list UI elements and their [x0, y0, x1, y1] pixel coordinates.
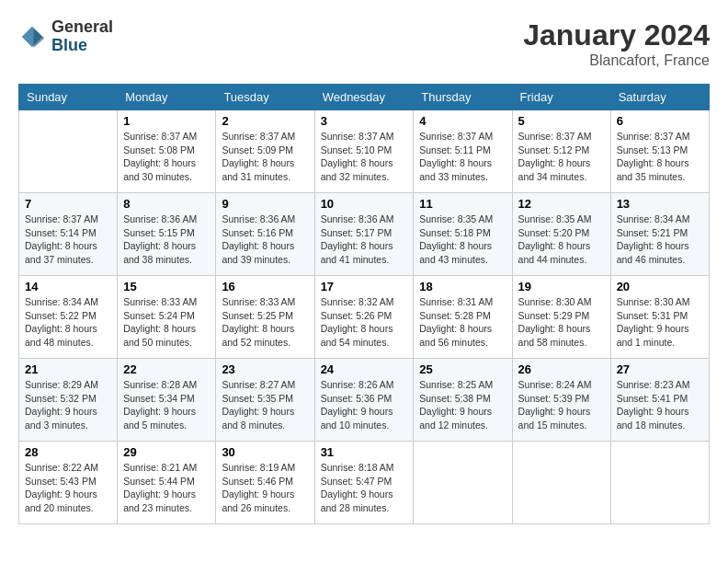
calendar-cell: 25Sunrise: 8:25 AMSunset: 5:38 PMDayligh…: [414, 359, 512, 442]
day-info: Sunrise: 8:36 AMSunset: 5:17 PMDaylight:…: [321, 213, 408, 267]
logo-text: General Blue: [51, 18, 113, 55]
calendar-cell: 26Sunrise: 8:24 AMSunset: 5:39 PMDayligh…: [512, 359, 610, 442]
day-number: 28: [25, 445, 111, 459]
day-number: 26: [518, 362, 605, 376]
day-info: Sunrise: 8:30 AMSunset: 5:29 PMDaylight:…: [518, 295, 605, 350]
day-number: 31: [321, 445, 408, 459]
day-number: 17: [321, 280, 408, 293]
calendar-cell: 14Sunrise: 8:34 AMSunset: 5:22 PMDayligh…: [19, 276, 118, 359]
calendar-cell: 24Sunrise: 8:26 AMSunset: 5:36 PMDayligh…: [314, 359, 414, 442]
logo-blue-label: Blue: [51, 37, 113, 55]
calendar-cell: 10Sunrise: 8:36 AMSunset: 5:17 PMDayligh…: [314, 193, 414, 276]
day-info: Sunrise: 8:37 AMSunset: 5:10 PMDaylight:…: [321, 130, 408, 184]
calendar-cell: 4Sunrise: 8:37 AMSunset: 5:11 PMDaylight…: [414, 110, 512, 193]
day-number: 15: [123, 280, 210, 293]
calendar-cell: 5Sunrise: 8:37 AMSunset: 5:12 PMDaylight…: [512, 110, 610, 193]
calendar-cell: 28Sunrise: 8:22 AMSunset: 5:43 PMDayligh…: [19, 442, 118, 524]
calendar-header-saturday: Saturday: [610, 85, 709, 110]
calendar-cell: 6Sunrise: 8:37 AMSunset: 5:13 PMDaylight…: [610, 110, 709, 193]
day-number: 25: [419, 362, 506, 376]
day-number: 4: [419, 114, 506, 128]
calendar-cell: [19, 110, 118, 193]
day-number: 22: [123, 362, 210, 376]
day-info: Sunrise: 8:34 AMSunset: 5:22 PMDaylight:…: [25, 295, 111, 350]
day-number: 2: [222, 114, 308, 128]
calendar-cell: 11Sunrise: 8:35 AMSunset: 5:18 PMDayligh…: [414, 193, 512, 276]
day-number: 23: [222, 362, 308, 376]
calendar-cell: 23Sunrise: 8:27 AMSunset: 5:35 PMDayligh…: [216, 359, 314, 442]
calendar-cell: [512, 442, 610, 524]
calendar-header-friday: Friday: [512, 85, 610, 110]
calendar-cell: 21Sunrise: 8:29 AMSunset: 5:32 PMDayligh…: [19, 359, 118, 442]
day-number: 30: [222, 445, 308, 459]
calendar-week-4: 21Sunrise: 8:29 AMSunset: 5:32 PMDayligh…: [19, 359, 710, 442]
day-info: Sunrise: 8:28 AMSunset: 5:34 PMDaylight:…: [123, 378, 210, 432]
day-number: 6: [617, 114, 703, 128]
calendar-cell: 8Sunrise: 8:36 AMSunset: 5:15 PMDaylight…: [118, 193, 216, 276]
calendar-cell: 3Sunrise: 8:37 AMSunset: 5:10 PMDaylight…: [314, 110, 414, 193]
calendar-cell: 29Sunrise: 8:21 AMSunset: 5:44 PMDayligh…: [118, 442, 216, 524]
day-number: 7: [25, 197, 111, 211]
day-info: Sunrise: 8:21 AMSunset: 5:44 PMDaylight:…: [123, 461, 210, 515]
calendar-cell: 20Sunrise: 8:30 AMSunset: 5:31 PMDayligh…: [610, 276, 709, 359]
day-number: 13: [617, 197, 703, 211]
calendar-header-row: SundayMondayTuesdayWednesdayThursdayFrid…: [19, 85, 710, 110]
day-number: 14: [25, 280, 111, 293]
day-info: Sunrise: 8:29 AMSunset: 5:32 PMDaylight:…: [25, 378, 111, 432]
day-number: 27: [617, 362, 703, 376]
day-info: Sunrise: 8:36 AMSunset: 5:16 PMDaylight:…: [222, 213, 308, 267]
calendar-cell: 27Sunrise: 8:23 AMSunset: 5:41 PMDayligh…: [610, 359, 709, 442]
day-number: 12: [518, 197, 605, 211]
day-info: Sunrise: 8:24 AMSunset: 5:39 PMDaylight:…: [518, 378, 605, 432]
calendar-header-monday: Monday: [118, 85, 216, 110]
calendar-header-sunday: Sunday: [19, 85, 118, 110]
calendar-cell: 7Sunrise: 8:37 AMSunset: 5:14 PMDaylight…: [19, 193, 118, 276]
day-info: Sunrise: 8:37 AMSunset: 5:08 PMDaylight:…: [123, 130, 210, 184]
calendar-cell: [414, 442, 512, 524]
day-info: Sunrise: 8:37 AMSunset: 5:09 PMDaylight:…: [222, 130, 308, 184]
calendar-header-tuesday: Tuesday: [216, 85, 314, 110]
day-info: Sunrise: 8:35 AMSunset: 5:20 PMDaylight:…: [518, 213, 605, 267]
day-info: Sunrise: 8:37 AMSunset: 5:11 PMDaylight:…: [419, 130, 506, 184]
day-number: 9: [222, 197, 308, 211]
logo-general-label: General: [51, 18, 113, 37]
day-info: Sunrise: 8:33 AMSunset: 5:24 PMDaylight:…: [123, 295, 210, 350]
calendar-table: SundayMondayTuesdayWednesdayThursdayFrid…: [18, 84, 710, 524]
day-info: Sunrise: 8:33 AMSunset: 5:25 PMDaylight:…: [222, 295, 308, 350]
day-info: Sunrise: 8:18 AMSunset: 5:47 PMDaylight:…: [321, 461, 408, 515]
logo-icon: [18, 23, 46, 51]
day-info: Sunrise: 8:31 AMSunset: 5:28 PMDaylight:…: [419, 295, 506, 350]
day-info: Sunrise: 8:35 AMSunset: 5:18 PMDaylight:…: [419, 213, 506, 267]
day-info: Sunrise: 8:25 AMSunset: 5:38 PMDaylight:…: [419, 378, 506, 432]
calendar-cell: 13Sunrise: 8:34 AMSunset: 5:21 PMDayligh…: [610, 193, 709, 276]
calendar-week-5: 28Sunrise: 8:22 AMSunset: 5:43 PMDayligh…: [19, 442, 710, 524]
day-info: Sunrise: 8:19 AMSunset: 5:46 PMDaylight:…: [222, 461, 308, 515]
day-number: 10: [321, 197, 408, 211]
day-number: 19: [518, 280, 605, 293]
day-number: 8: [123, 197, 210, 211]
calendar-header-wednesday: Wednesday: [314, 85, 414, 110]
calendar-header-thursday: Thursday: [414, 85, 512, 110]
calendar-cell: 16Sunrise: 8:33 AMSunset: 5:25 PMDayligh…: [216, 276, 314, 359]
calendar-cell: 9Sunrise: 8:36 AMSunset: 5:16 PMDaylight…: [216, 193, 314, 276]
logo: General Blue: [18, 18, 113, 55]
day-info: Sunrise: 8:37 AMSunset: 5:13 PMDaylight:…: [617, 130, 703, 184]
header: General Blue January 2024 Blancafort, Fr…: [18, 18, 710, 69]
day-number: 18: [419, 280, 506, 293]
day-info: Sunrise: 8:23 AMSunset: 5:41 PMDaylight:…: [617, 378, 703, 432]
calendar-cell: 18Sunrise: 8:31 AMSunset: 5:28 PMDayligh…: [414, 276, 512, 359]
day-info: Sunrise: 8:37 AMSunset: 5:12 PMDaylight:…: [518, 130, 605, 184]
calendar-cell: 12Sunrise: 8:35 AMSunset: 5:20 PMDayligh…: [512, 193, 610, 276]
day-number: 20: [617, 280, 703, 293]
day-number: 5: [518, 114, 605, 128]
calendar-cell: 30Sunrise: 8:19 AMSunset: 5:46 PMDayligh…: [216, 442, 314, 524]
day-info: Sunrise: 8:26 AMSunset: 5:36 PMDaylight:…: [321, 378, 408, 432]
day-info: Sunrise: 8:36 AMSunset: 5:15 PMDaylight:…: [123, 213, 210, 267]
day-number: 21: [25, 362, 111, 376]
calendar-cell: 2Sunrise: 8:37 AMSunset: 5:09 PMDaylight…: [216, 110, 314, 193]
day-number: 24: [321, 362, 408, 376]
day-number: 11: [419, 197, 506, 211]
day-info: Sunrise: 8:27 AMSunset: 5:35 PMDaylight:…: [222, 378, 308, 432]
day-info: Sunrise: 8:30 AMSunset: 5:31 PMDaylight:…: [617, 295, 703, 350]
day-number: 29: [123, 445, 210, 459]
